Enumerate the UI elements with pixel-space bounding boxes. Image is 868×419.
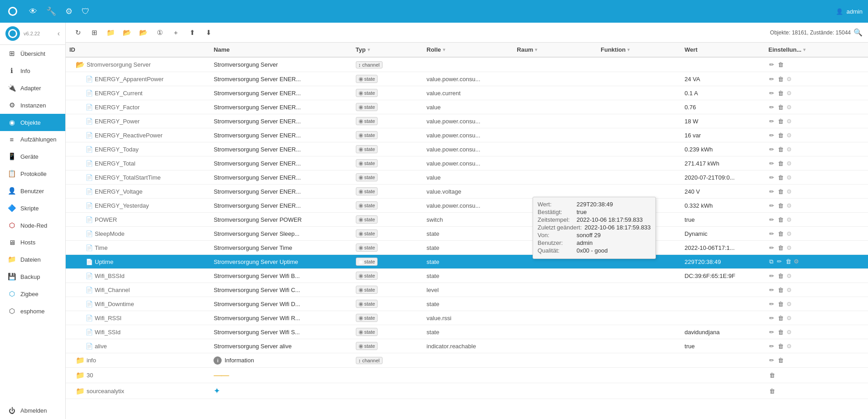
table-row[interactable]: 📄 Wifi_RSSI Stromversorgung Server Wifi … <box>66 311 868 325</box>
sidebar-item-instanzen[interactable]: ⚙ Instanzen <box>0 97 65 114</box>
table-row[interactable]: 📁 info i Information ↕ channel ✏ 🗑 <box>66 353 868 368</box>
edit-icon[interactable]: ✏ <box>777 258 782 265</box>
table-row[interactable]: 📄 SleepMode Stromversorgung Server Sleep… <box>66 227 868 241</box>
sidebar-item-adapter[interactable]: 🔌 Adapter <box>0 79 65 97</box>
gear-icon[interactable]: ⚙ <box>786 244 792 251</box>
edit-icon[interactable]: ✏ <box>769 104 774 111</box>
sidebar-item-objekte[interactable]: ◉ Objekte <box>0 114 65 131</box>
table-row[interactable]: 📁 sourceanalytix ✦ 🗑 <box>66 383 868 399</box>
delete-icon[interactable]: 🗑 <box>778 230 784 237</box>
shield-icon[interactable]: 🛡 <box>82 7 90 16</box>
table-row[interactable]: 📄 ENERGY_TotalStartTime Stromversorgung … <box>66 171 868 185</box>
delete-icon[interactable]: 🗑 <box>778 216 784 223</box>
folder-blue-button[interactable]: 📂 <box>136 26 150 39</box>
gear-icon[interactable]: ⚙ <box>786 104 792 111</box>
table-row[interactable]: 📂 Stromversorgung Server Stromversorgung… <box>66 57 868 72</box>
gear-icon[interactable]: ⚙ <box>786 230 792 237</box>
gear-icon[interactable]: ⚙ <box>786 315 792 322</box>
edit-icon[interactable]: ✏ <box>769 174 774 181</box>
download-button[interactable]: ⬇ <box>202 26 215 39</box>
sidebar-item-info[interactable]: ℹ Info <box>0 62 65 79</box>
folder-open-button[interactable]: 📂 <box>120 26 134 39</box>
sidebar-item-aufzaehlungen[interactable]: ≡ Aufzählungen <box>0 131 65 148</box>
gear-icon[interactable]: ⚙ <box>786 329 792 336</box>
col-raum[interactable]: Raum ▾ <box>513 43 597 57</box>
delete-icon[interactable]: 🗑 <box>778 357 784 364</box>
sidebar-item-uebersicht[interactable]: ⊞ Übersicht <box>0 45 65 62</box>
sidebar-item-benutzer[interactable]: 👤 Benutzer <box>0 182 65 200</box>
number-button[interactable]: ① <box>153 26 166 39</box>
delete-icon[interactable]: 🗑 <box>778 273 784 279</box>
edit-icon[interactable]: ✏ <box>769 160 774 167</box>
delete-icon[interactable]: 🗑 <box>769 388 775 395</box>
table-row[interactable]: 📄 POWER Stromversorgung Server POWER ◉ s… <box>66 213 868 227</box>
gear-icon[interactable]: ⚙ <box>786 146 792 153</box>
gear-icon[interactable]: ⚙ <box>786 216 792 223</box>
gear-icon[interactable]: ⚙ <box>786 202 792 209</box>
folder-add-button[interactable]: 📁 <box>104 26 117 39</box>
edit-icon[interactable]: ✏ <box>769 273 774 279</box>
delete-icon[interactable]: 🗑 <box>769 372 775 379</box>
gear-icon[interactable]: ⚙ <box>786 301 792 307</box>
delete-icon[interactable]: 🗑 <box>778 315 784 322</box>
col-typ[interactable]: Typ ▾ <box>352 43 423 57</box>
sidebar-item-abmelden[interactable]: ⏻ Abmelden <box>0 402 65 419</box>
edit-icon[interactable]: ✏ <box>769 132 774 139</box>
user-menu[interactable]: 👤 admin <box>836 8 863 15</box>
edit-icon[interactable]: ✏ <box>769 188 774 195</box>
delete-icon[interactable]: 🗑 <box>778 104 784 111</box>
delete-icon[interactable]: 🗑 <box>778 287 784 293</box>
table-row[interactable]: 📄 Wifi_BSSId Stromversorgung Server Wifi… <box>66 269 868 283</box>
gear-icon[interactable]: ⚙ <box>786 90 792 97</box>
gear-icon[interactable]: ⚙ <box>786 118 792 125</box>
col-einstellungen[interactable]: Einstellun... ▾ <box>765 43 868 57</box>
col-name[interactable]: Name <box>210 43 352 57</box>
upload-button[interactable]: ⬆ <box>185 26 199 39</box>
wrench-icon[interactable]: 🔧 <box>46 6 56 16</box>
delete-icon[interactable]: 🗑 <box>778 132 784 139</box>
sidebar-item-protokolle[interactable]: 📋 Protokolle <box>0 165 65 182</box>
table-row[interactable]: 📄 ENERGY_Yesterday Stromversorgung Serve… <box>66 199 868 213</box>
edit-icon[interactable]: ✏ <box>769 301 774 307</box>
gear-icon[interactable]: ⚙ <box>786 174 792 181</box>
sidebar-item-zigbee[interactable]: ⬡ Zigbee <box>0 285 65 302</box>
delete-icon[interactable]: 🗑 <box>778 118 784 125</box>
edit-icon[interactable]: ✏ <box>769 343 774 350</box>
sidebar-item-skripte[interactable]: 🔷 Skripte <box>0 200 65 217</box>
table-row[interactable]: 📁 30 —— 🗑 <box>66 368 868 383</box>
gear-icon[interactable]: ⚙ <box>786 188 792 195</box>
edit-icon[interactable]: ✏ <box>769 329 774 336</box>
sidebar-item-hosts[interactable]: 🖥 Hosts <box>0 234 65 251</box>
delete-icon[interactable]: 🗑 <box>778 329 784 336</box>
table-row[interactable]: 📄 ENERGY_Power Stromversorgung Server EN… <box>66 114 868 128</box>
delete-icon[interactable]: 🗑 <box>778 202 784 209</box>
sidebar-item-geraete[interactable]: 📱 Geräte <box>0 148 65 165</box>
delete-icon[interactable]: 🗑 <box>778 174 784 181</box>
copy-icon[interactable]: ⧉ <box>769 258 773 265</box>
edit-icon[interactable]: ✏ <box>769 230 774 237</box>
gear-icon[interactable]: ⚙ <box>786 343 792 350</box>
edit-icon[interactable]: ✏ <box>769 315 774 322</box>
table-row[interactable]: 📄 ENERGY_Voltage Stromversorgung Server … <box>66 185 868 199</box>
col-id[interactable]: ID <box>66 43 210 57</box>
gear-icon[interactable]: ⚙ <box>786 287 792 293</box>
table-row[interactable]: 📄 ENERGY_ReactivePower Stromversorgung S… <box>66 128 868 142</box>
add-button[interactable]: + <box>169 26 183 39</box>
sidebar-item-esphome[interactable]: ⬡ esphome <box>0 302 65 320</box>
delete-icon[interactable]: 🗑 <box>778 188 784 195</box>
table-row[interactable]: 📄 ENERGY_ApparentPower Stromversorgung S… <box>66 72 868 86</box>
gear-icon[interactable]: ⚙ <box>794 258 799 265</box>
delete-icon[interactable]: 🗑 <box>778 76 784 83</box>
eye-icon[interactable]: 👁 <box>29 7 37 16</box>
gear-icon[interactable]: ⚙ <box>786 76 792 83</box>
delete-icon[interactable]: 🗑 <box>778 244 784 251</box>
sidebar-item-backup[interactable]: 💾 Backup <box>0 268 65 285</box>
gear-icon[interactable]: ⚙ <box>786 273 792 279</box>
edit-icon[interactable]: ✏ <box>769 90 774 97</box>
edit-icon[interactable]: ✏ <box>769 216 774 223</box>
table-row[interactable]: 📄 Wifi_Channel Stromversorgung Server Wi… <box>66 283 868 297</box>
edit-icon[interactable]: ✏ <box>769 61 774 68</box>
table-row[interactable]: 📄 Wifi_Downtime Stromversorgung Server W… <box>66 297 868 311</box>
settings-icon[interactable]: ⚙ <box>65 6 73 16</box>
delete-icon[interactable]: 🗑 <box>778 160 784 167</box>
